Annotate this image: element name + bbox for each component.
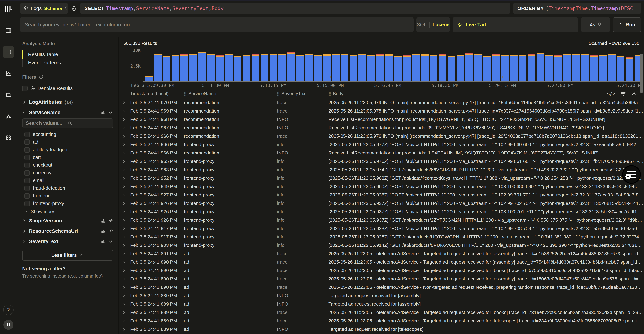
histogram-bar[interactable]	[563, 54, 571, 81]
table-row[interactable]: Feb 3 5:24:41.966 PM recommendation INFO…	[119, 149, 644, 157]
expand-row-icon[interactable]	[119, 328, 126, 331]
histogram-bar[interactable]	[403, 55, 411, 81]
checkbox[interactable]	[24, 163, 30, 168]
select-query-bar[interactable]: SELECTTimestamp, ServiceName, SeverityTe…	[80, 3, 510, 14]
filter-value-row[interactable]: checkout	[24, 161, 113, 169]
histogram-bar[interactable]	[172, 55, 179, 81]
table-row[interactable]: Feb 3 5:24:41.889 PM ad trace 2025-05-26…	[119, 317, 644, 325]
pin-icon[interactable]	[108, 239, 113, 244]
histogram-bar[interactable]	[448, 56, 455, 81]
denoise-results-toggle[interactable]: Denoise Results	[22, 84, 113, 92]
feedback-floating-button[interactable]	[622, 165, 641, 184]
histogram-bar[interactable]	[163, 56, 170, 81]
filter-group-scopeversion[interactable]: ScopeVersion	[22, 216, 113, 226]
table-row[interactable]: Feb 3 5:24:41.926 PM frontend-proxy info…	[119, 207, 644, 216]
table-row[interactable]: Feb 3 5:24:41.969 PM recommendation trac…	[119, 107, 644, 115]
code-view-icon[interactable]: </>	[607, 91, 616, 96]
expand-row-icon[interactable]	[119, 227, 126, 230]
table-row[interactable]: Feb 3 5:24:41.968 PM recommendation INFO…	[119, 115, 644, 124]
table-row[interactable]: Feb 3 5:24:41.927 PM frontend-proxy info…	[119, 191, 644, 199]
filter-value-row[interactable]: ad	[24, 138, 113, 146]
table-row[interactable]: Feb 3 5:24:41.926 PM frontend-proxy info…	[119, 199, 644, 207]
checkbox[interactable]	[24, 193, 30, 199]
filter-group-severitytext[interactable]: SeverityText	[22, 236, 113, 247]
filter-value-row[interactable]: email	[24, 177, 113, 184]
histogram-bar[interactable]	[519, 55, 526, 81]
events-histogram[interactable]: 10K 2.5K Feb 3 5:09:30 PM5:11:30 PM5:13:…	[124, 47, 642, 95]
drag-handle-icon[interactable]: ⣿	[328, 91, 331, 96]
search-input[interactable]: Search your events w/ Lucene ex. column:…	[20, 17, 414, 32]
show-more-button[interactable]: Show more	[22, 207, 113, 216]
services-nav-icon[interactable]	[2, 110, 14, 122]
histogram-bar[interactable]	[617, 56, 624, 81]
expand-row-icon[interactable]	[119, 269, 126, 272]
expand-row-icon[interactable]	[119, 101, 126, 105]
histogram-bar[interactable]	[207, 54, 215, 81]
filter-group-resourceschemaurl[interactable]: ResourceSchemaUrl	[22, 226, 113, 236]
chart-filter-icon[interactable]	[101, 218, 106, 223]
expand-row-icon[interactable]	[119, 210, 126, 214]
histogram-bar[interactable]	[270, 54, 277, 81]
expand-row-icon[interactable]	[119, 277, 126, 281]
expand-row-icon[interactable]	[119, 160, 126, 163]
table-row[interactable]: Feb 3 5:24:41.966 PM recommendation trac…	[119, 132, 644, 140]
column-header-body[interactable]: ⣿Body	[328, 91, 607, 96]
histogram-bar[interactable]	[590, 55, 598, 81]
table-scrollbar[interactable]	[640, 54, 643, 93]
histogram-bar[interactable]	[483, 56, 491, 81]
histogram-bar[interactable]	[252, 54, 260, 81]
histogram-bar[interactable]	[323, 54, 330, 81]
expand-row-icon[interactable]	[119, 176, 126, 180]
table-nav-icon[interactable]	[2, 46, 14, 58]
table-row[interactable]: Feb 3 5:24:41.965 PM frontend-proxy info…	[119, 157, 644, 166]
table-row[interactable]: Feb 3 5:24:41.967 PM recommendation INFO…	[119, 124, 644, 132]
expand-row-icon[interactable]	[119, 193, 126, 197]
histogram-bar[interactable]	[466, 53, 473, 81]
histogram-bar[interactable]	[225, 54, 233, 81]
clickhouse-logo-icon[interactable]	[4, 5, 12, 14]
histogram-bar[interactable]	[278, 54, 286, 81]
checkbox[interactable]	[24, 147, 30, 153]
histogram-bar[interactable]	[572, 54, 580, 81]
chart-filter-icon[interactable]	[101, 239, 106, 244]
refresh-interval-select[interactable]: 4s	[581, 17, 610, 32]
histogram-bar[interactable]	[261, 54, 268, 81]
live-tail-button[interactable]: Live Tail	[452, 17, 578, 32]
expand-row-icon[interactable]	[119, 126, 126, 130]
pin-icon[interactable]	[108, 218, 113, 223]
histogram-bar[interactable]	[421, 54, 428, 81]
query-language-toggle[interactable]: SQL Lucene	[416, 17, 450, 32]
expand-row-icon[interactable]	[119, 235, 126, 239]
filter-group-logattributes[interactable]: LogAttributes {14}	[22, 97, 113, 107]
histogram-bar[interactable]	[385, 54, 393, 81]
source-settings-button[interactable]	[71, 3, 77, 14]
expand-row-icon[interactable]	[119, 218, 126, 222]
pin-icon[interactable]	[108, 110, 113, 115]
sql-toggle[interactable]: SQL	[417, 22, 426, 27]
table-row[interactable]: Feb 3 5:24:41.903 PM frontend-proxy info…	[119, 241, 644, 250]
histogram-bar[interactable]	[198, 52, 206, 81]
source-selector[interactable]: Logs Schema	[20, 3, 68, 14]
expand-row-icon[interactable]	[119, 319, 126, 323]
checkbox[interactable]	[24, 155, 30, 160]
histogram-bar[interactable]	[528, 54, 536, 81]
histogram-bar[interactable]	[430, 55, 438, 81]
expand-row-icon[interactable]	[119, 185, 126, 188]
table-row[interactable]: Feb 3 5:24:41.970 PM recommendation trac…	[119, 98, 644, 107]
histogram-bar[interactable]	[287, 52, 295, 81]
filter-value-row[interactable]: fraud-detection	[24, 184, 113, 192]
table-row[interactable]: Feb 3 5:24:41.890 PM ad trace 2025-05-26…	[119, 283, 644, 292]
user-avatar[interactable]: U	[4, 320, 14, 330]
histogram-bar[interactable]	[358, 54, 366, 81]
dashboards-nav-icon[interactable]	[2, 132, 14, 144]
filter-value-row[interactable]: artillery-loadgen	[24, 146, 113, 154]
help-button[interactable]: ?	[3, 305, 14, 315]
chart-filter-icon[interactable]	[101, 229, 106, 233]
histogram-bar[interactable]	[376, 54, 384, 81]
drag-handle-icon[interactable]: ⣿	[277, 91, 279, 96]
expand-row-icon[interactable]	[119, 143, 126, 147]
table-row[interactable]: Feb 3 5:24:41.889 PM ad INFO Targeted ad…	[119, 325, 644, 334]
filter-value-row[interactable]: frontend-proxy	[24, 200, 113, 207]
table-row[interactable]: Feb 3 5:24:41.891 PM ad trace 2025-05-26…	[119, 250, 644, 258]
checkbox[interactable]	[24, 170, 30, 175]
